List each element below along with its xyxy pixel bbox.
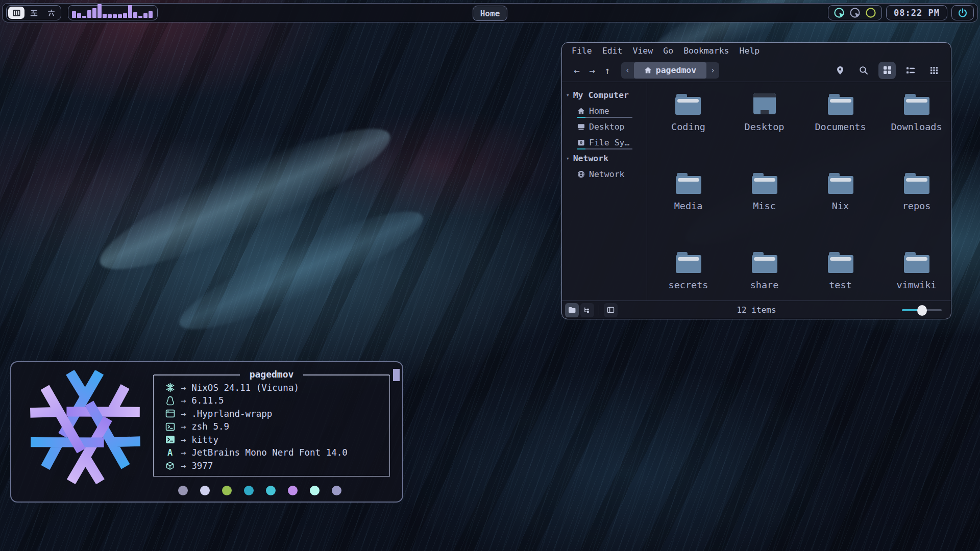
fastfetch-row-os: → NixOS 24.11 (Vicuna) (164, 381, 389, 394)
zoom-slider[interactable] (902, 305, 942, 315)
folder-item[interactable]: Coding (671, 89, 705, 168)
file-manager-statusbar: 12 items (562, 300, 951, 319)
up-button[interactable]: ↑ (600, 63, 615, 78)
tux-icon (166, 396, 175, 406)
home-icon (577, 107, 585, 115)
active-window-title-widget[interactable]: Home (473, 6, 507, 21)
file-manager-window: File Edit View Go Bookmarks Help ← → ↑ ‹… (561, 42, 951, 319)
system-gauges-widget[interactable] (828, 5, 882, 20)
menu-bookmarks[interactable]: Bookmarks (678, 46, 734, 56)
menu-edit[interactable]: Edit (597, 46, 628, 56)
workspace-6-button[interactable] (43, 7, 59, 19)
hanzi-five-icon (30, 9, 38, 17)
path-segment-home[interactable]: pagedmov (634, 62, 706, 79)
visualizer-bar (77, 13, 81, 18)
toolbar-view-controls (831, 62, 943, 79)
sidebar-item-desktop[interactable]: Desktop (562, 119, 647, 135)
folder-item[interactable]: Misc (750, 168, 779, 247)
visualizer-bar (113, 14, 117, 18)
path-scroll-left-button[interactable]: ‹ (621, 66, 634, 75)
font-icon: A (164, 447, 176, 458)
section-label: Network (573, 154, 609, 163)
arrow-icon: → (181, 421, 186, 432)
folder-item[interactable]: Documents (815, 89, 866, 168)
visualizer-bar (82, 16, 86, 18)
sidebar-item-home[interactable]: Home (562, 103, 647, 119)
folder-item[interactable]: repos (902, 168, 932, 247)
visualizer-bar (103, 14, 107, 18)
visualizer-bar (128, 5, 132, 18)
workspace-switcher (6, 5, 61, 20)
visualizer-bar (143, 13, 148, 18)
visualizer-bar (133, 12, 137, 18)
search-button[interactable] (855, 62, 872, 79)
fastfetch-hostname: pagedmov (250, 369, 294, 380)
clock-widget[interactable]: 08:22 PM (886, 5, 947, 20)
sidebar-item-label: Network (589, 169, 625, 179)
sidebar-section-my-computer[interactable]: ▾ My Computer (562, 87, 647, 103)
shell-icon (165, 422, 175, 431)
visualizer-bar (97, 4, 102, 18)
folder-item[interactable]: Media (674, 168, 703, 247)
folder-icon (826, 170, 855, 196)
path-scroll-right-button[interactable]: › (706, 66, 719, 75)
folder-icon (674, 170, 703, 196)
slider-knob[interactable] (917, 305, 927, 316)
home-icon (644, 66, 652, 74)
folder-name: Media (674, 201, 703, 211)
folder-grid: Coding Desktop Documents Downloads Media… (647, 82, 951, 300)
terminal-window: pagedmov → NixOS 24.11 (Vicuna) (10, 361, 403, 503)
terminal-color-palette (178, 486, 341, 495)
palette-color-dot (310, 486, 320, 495)
palette-color-dot (222, 486, 232, 495)
sidebar-item-filesystem[interactable]: File Sy… (562, 135, 647, 151)
disk-gauge-icon (865, 7, 876, 18)
search-icon (859, 66, 868, 75)
arrow-icon: → (181, 461, 186, 471)
collapse-triangle-icon: ▾ (566, 92, 570, 98)
section-label: My Computer (573, 90, 629, 100)
hanzi-six-icon (47, 9, 56, 17)
menu-help[interactable]: Help (734, 46, 765, 56)
workspace-4-button[interactable] (8, 7, 24, 19)
forward-button[interactable]: → (584, 63, 600, 78)
back-button[interactable]: ← (569, 63, 584, 78)
icon-view-button[interactable] (878, 62, 896, 79)
shell-value: zsh 5.9 (191, 421, 229, 432)
menu-go[interactable]: Go (658, 46, 678, 56)
terminal-cursor (393, 369, 400, 381)
power-button[interactable] (951, 5, 974, 20)
frame-line (154, 374, 240, 375)
file-manager-toolbar: ← → ↑ ‹ pagedmov › (562, 59, 951, 82)
sidebar-section-network[interactable]: ▾ Network (562, 151, 647, 166)
drive-icon (577, 139, 585, 146)
folder-name: test (829, 280, 852, 290)
item-count-text: 12 items (562, 305, 951, 315)
menu-file[interactable]: File (567, 46, 597, 56)
wm-value: .Hyprland-wrapp (191, 409, 272, 419)
folder-item[interactable]: Downloads (891, 89, 942, 168)
folder-icon (826, 249, 855, 275)
window-manager-icon (165, 409, 175, 418)
folder-name: Documents (815, 121, 866, 132)
top-status-bar: Home 08:22 PM (2, 3, 978, 22)
sidebar-item-network[interactable]: Network (562, 166, 647, 182)
palette-color-dot (266, 486, 276, 495)
back-icon: ← (574, 65, 579, 76)
folder-name: secrets (669, 280, 708, 290)
os-value: NixOS 24.11 (Vicuna) (191, 383, 299, 393)
compact-view-button[interactable] (925, 62, 943, 79)
desktop-folder-icon (750, 91, 779, 117)
visualizer-bar (149, 11, 153, 18)
location-pin-button[interactable] (831, 62, 849, 79)
font-value: JetBrains Mono Nerd Font 14.0 (191, 447, 348, 458)
folder-item[interactable]: Nix (826, 168, 855, 247)
workspace-5-button[interactable] (26, 7, 42, 19)
frame-line (303, 374, 389, 375)
memory-gauge-icon (849, 7, 861, 18)
arrow-icon: → (181, 409, 186, 419)
menu-view[interactable]: View (628, 46, 658, 56)
list-view-button[interactable] (902, 62, 919, 79)
folder-item[interactable]: Desktop (745, 89, 785, 168)
folder-name: Desktop (745, 121, 785, 132)
